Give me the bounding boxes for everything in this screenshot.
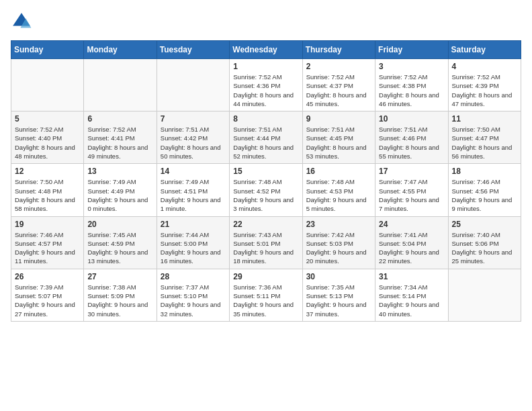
day-info: Sunrise: 7:48 AM Sunset: 4:53 PM Dayligh… [306,177,371,213]
day-info: Sunrise: 7:50 AM Sunset: 4:48 PM Dayligh… [15,177,80,213]
calendar-week-row: 19Sunrise: 7:46 AM Sunset: 4:57 PM Dayli… [11,216,521,269]
day-info: Sunrise: 7:40 AM Sunset: 5:06 PM Dayligh… [452,230,517,266]
day-number: 26 [15,272,80,281]
day-number: 7 [161,114,226,124]
day-number: 30 [306,272,371,281]
day-number: 14 [161,167,226,176]
calendar-cell: 15Sunrise: 7:48 AM Sunset: 4:52 PM Dayli… [230,164,302,216]
calendar-week-row: 26Sunrise: 7:39 AM Sunset: 5:07 PM Dayli… [11,269,521,321]
calendar-day-header: Sunday [11,41,84,59]
day-info: Sunrise: 7:38 AM Sunset: 5:09 PM Dayligh… [87,283,152,318]
day-number: 20 [87,220,152,229]
day-info: Sunrise: 7:46 AM Sunset: 4:57 PM Dayligh… [15,230,80,266]
calendar-cell: 24Sunrise: 7:41 AM Sunset: 5:04 PM Dayli… [375,216,448,269]
calendar-cell: 27Sunrise: 7:38 AM Sunset: 5:09 PM Dayli… [84,269,157,321]
calendar-day-header: Thursday [302,41,375,59]
day-number: 18 [452,167,517,176]
calendar-cell: 14Sunrise: 7:49 AM Sunset: 4:51 PM Dayli… [157,164,229,216]
calendar-cell: 18Sunrise: 7:46 AM Sunset: 4:56 PM Dayli… [448,164,521,216]
day-info: Sunrise: 7:50 AM Sunset: 4:47 PM Dayligh… [452,125,517,161]
calendar-cell: 17Sunrise: 7:47 AM Sunset: 4:55 PM Dayli… [375,164,448,216]
day-number: 17 [379,167,444,176]
calendar-cell: 16Sunrise: 7:48 AM Sunset: 4:53 PM Dayli… [302,164,375,216]
day-info: Sunrise: 7:42 AM Sunset: 5:03 PM Dayligh… [306,230,371,266]
day-number: 19 [15,220,80,229]
day-number: 27 [87,272,152,281]
calendar-cell: 13Sunrise: 7:49 AM Sunset: 4:49 PM Dayli… [84,164,157,216]
calendar-cell: 9Sunrise: 7:51 AM Sunset: 4:45 PM Daylig… [302,111,375,164]
day-number: 2 [306,62,371,71]
day-info: Sunrise: 7:52 AM Sunset: 4:39 PM Dayligh… [452,73,517,108]
day-number: 16 [306,167,371,176]
day-number: 13 [87,167,152,176]
calendar-cell: 4Sunrise: 7:52 AM Sunset: 4:39 PM Daylig… [448,59,521,111]
day-number: 12 [15,167,80,176]
calendar-week-row: 5Sunrise: 7:52 AM Sunset: 4:40 PM Daylig… [11,111,521,164]
day-info: Sunrise: 7:48 AM Sunset: 4:52 PM Dayligh… [233,177,298,213]
day-number: 24 [379,220,444,229]
day-number: 9 [306,114,371,124]
day-number: 11 [452,114,517,124]
day-info: Sunrise: 7:47 AM Sunset: 4:55 PM Dayligh… [379,177,444,213]
calendar-day-header: Tuesday [157,41,229,59]
day-info: Sunrise: 7:52 AM Sunset: 4:41 PM Dayligh… [87,125,152,161]
calendar-cell: 6Sunrise: 7:52 AM Sunset: 4:41 PM Daylig… [84,111,157,164]
calendar-cell [11,59,84,111]
calendar-cell: 5Sunrise: 7:52 AM Sunset: 4:40 PM Daylig… [11,111,84,164]
calendar-week-row: 12Sunrise: 7:50 AM Sunset: 4:48 PM Dayli… [11,164,521,216]
day-info: Sunrise: 7:52 AM Sunset: 4:37 PM Dayligh… [306,73,371,108]
calendar-cell: 29Sunrise: 7:36 AM Sunset: 5:11 PM Dayli… [230,269,302,321]
day-number: 8 [233,114,298,124]
calendar-cell: 26Sunrise: 7:39 AM Sunset: 5:07 PM Dayli… [11,269,84,321]
calendar-cell [84,59,157,111]
day-info: Sunrise: 7:51 AM Sunset: 4:44 PM Dayligh… [233,125,298,161]
calendar-cell: 23Sunrise: 7:42 AM Sunset: 5:03 PM Dayli… [302,216,375,269]
calendar-week-row: 1Sunrise: 7:52 AM Sunset: 4:36 PM Daylig… [11,59,521,111]
calendar-cell: 8Sunrise: 7:51 AM Sunset: 4:44 PM Daylig… [230,111,302,164]
logo-icon [11,11,32,32]
calendar-cell: 25Sunrise: 7:40 AM Sunset: 5:06 PM Dayli… [448,216,521,269]
day-info: Sunrise: 7:43 AM Sunset: 5:01 PM Dayligh… [233,230,298,266]
calendar-cell: 30Sunrise: 7:35 AM Sunset: 5:13 PM Dayli… [302,269,375,321]
calendar-cell: 3Sunrise: 7:52 AM Sunset: 4:38 PM Daylig… [375,59,448,111]
day-info: Sunrise: 7:41 AM Sunset: 5:04 PM Dayligh… [379,230,444,266]
calendar-day-header: Wednesday [230,41,302,59]
calendar-cell [448,269,521,321]
day-number: 23 [306,220,371,229]
day-info: Sunrise: 7:49 AM Sunset: 4:49 PM Dayligh… [87,177,152,213]
day-number: 6 [87,114,152,124]
day-info: Sunrise: 7:49 AM Sunset: 4:51 PM Dayligh… [161,177,226,213]
day-info: Sunrise: 7:52 AM Sunset: 4:40 PM Dayligh… [15,125,80,161]
day-info: Sunrise: 7:51 AM Sunset: 4:46 PM Dayligh… [379,125,444,161]
calendar-cell: 12Sunrise: 7:50 AM Sunset: 4:48 PM Dayli… [11,164,84,216]
day-number: 3 [379,62,444,71]
logo [11,11,35,32]
calendar-cell: 2Sunrise: 7:52 AM Sunset: 4:37 PM Daylig… [302,59,375,111]
calendar-cell: 22Sunrise: 7:43 AM Sunset: 5:01 PM Dayli… [230,216,302,269]
day-number: 5 [15,114,80,124]
day-info: Sunrise: 7:51 AM Sunset: 4:42 PM Dayligh… [161,125,226,161]
calendar-day-header: Friday [375,41,448,59]
calendar-header-row: SundayMondayTuesdayWednesdayThursdayFrid… [11,41,521,59]
day-info: Sunrise: 7:45 AM Sunset: 4:59 PM Dayligh… [87,230,152,266]
day-number: 22 [233,220,298,229]
day-info: Sunrise: 7:37 AM Sunset: 5:10 PM Dayligh… [161,283,226,318]
day-info: Sunrise: 7:52 AM Sunset: 4:38 PM Dayligh… [379,73,444,108]
calendar-cell: 21Sunrise: 7:44 AM Sunset: 5:00 PM Dayli… [157,216,229,269]
day-number: 4 [452,62,517,71]
calendar-cell: 10Sunrise: 7:51 AM Sunset: 4:46 PM Dayli… [375,111,448,164]
calendar-cell: 1Sunrise: 7:52 AM Sunset: 4:36 PM Daylig… [230,59,302,111]
calendar-cell [157,59,229,111]
day-info: Sunrise: 7:51 AM Sunset: 4:45 PM Dayligh… [306,125,371,161]
page-header [11,11,521,32]
calendar-cell: 19Sunrise: 7:46 AM Sunset: 4:57 PM Dayli… [11,216,84,269]
day-info: Sunrise: 7:35 AM Sunset: 5:13 PM Dayligh… [306,283,371,318]
day-number: 25 [452,220,517,229]
day-number: 10 [379,114,444,124]
day-info: Sunrise: 7:39 AM Sunset: 5:07 PM Dayligh… [15,283,80,318]
calendar-day-header: Monday [84,41,157,59]
calendar-day-header: Saturday [448,41,521,59]
day-info: Sunrise: 7:44 AM Sunset: 5:00 PM Dayligh… [161,230,226,266]
calendar-cell: 20Sunrise: 7:45 AM Sunset: 4:59 PM Dayli… [84,216,157,269]
calendar-cell: 11Sunrise: 7:50 AM Sunset: 4:47 PM Dayli… [448,111,521,164]
